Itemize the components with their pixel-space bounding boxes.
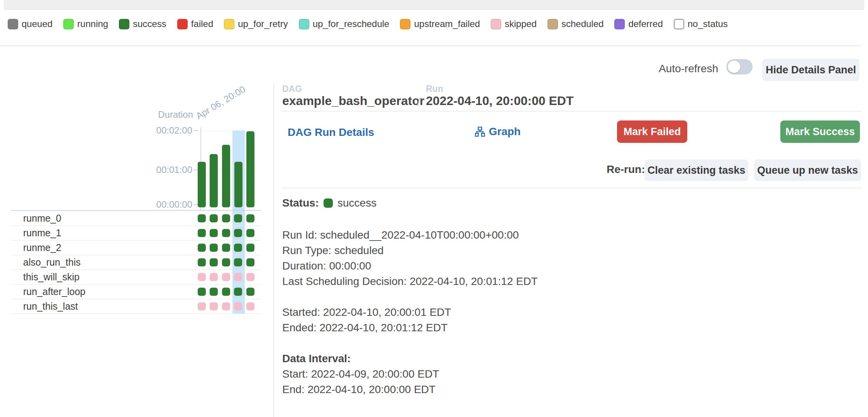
task-instance-square[interactable]: [198, 229, 206, 237]
y-tick-label: 00:01:00: [112, 164, 192, 175]
legend-item-queued: queued: [8, 19, 53, 29]
legend-item-no_status: no_status: [674, 19, 728, 29]
task-instance-square[interactable]: [222, 214, 230, 222]
y-tick-label: 00:00:00: [112, 199, 192, 210]
status-value: success: [337, 197, 376, 209]
started-line: Started: 2022-04-10, 20:00:01 EDT: [282, 306, 451, 319]
up-for-retry-swatch: [224, 19, 234, 29]
task-instance-square[interactable]: [198, 258, 206, 266]
task-instance-square[interactable]: [222, 288, 230, 296]
task-name[interactable]: also_run_this: [23, 255, 81, 270]
task-instance-square-selected[interactable]: [234, 258, 242, 266]
task-instance-square[interactable]: [222, 244, 230, 252]
task-name[interactable]: runme_0: [23, 211, 61, 225]
run-date-label: Apr 06, 20:00: [194, 84, 248, 122]
task-instance-square[interactable]: [210, 288, 218, 296]
duration-axis-title: Duration: [127, 109, 193, 120]
run-duration-bar-5[interactable]: [246, 131, 254, 207]
task-instance-square[interactable]: [210, 302, 218, 310]
task-instance-square[interactable]: [222, 302, 230, 310]
upstream-failed-swatch: [400, 19, 410, 29]
task-row-this_will_skip: this_will_skip: [11, 270, 261, 285]
task-instance-square[interactable]: [198, 288, 206, 296]
legend-item-running: running: [63, 19, 108, 29]
data-interval-end-line: End: 2022-04-10, 20:00:00 EDT: [282, 383, 436, 396]
legend-label: success: [133, 19, 166, 29]
task-instance-square[interactable]: [246, 229, 254, 237]
graph-link-label: Graph: [489, 125, 520, 138]
task-instance-square[interactable]: [198, 273, 206, 281]
task-instance-square[interactable]: [210, 273, 218, 281]
status-legend: queued running success failed up_for_ret…: [8, 19, 728, 29]
legend-label: deferred: [628, 19, 663, 29]
duration-line: Duration: 00:00:00: [282, 260, 371, 272]
task-instance-square[interactable]: [246, 244, 254, 252]
run-duration-bar-2[interactable]: [210, 154, 218, 207]
mark-success-button[interactable]: Mark Success: [780, 120, 860, 143]
task-name[interactable]: run_after_loop: [23, 285, 85, 299]
task-instance-square[interactable]: [246, 214, 254, 222]
task-instance-square[interactable]: [198, 214, 206, 222]
run-duration-bar-3[interactable]: [222, 145, 230, 207]
task-row-runme_2: runme_2: [11, 241, 261, 255]
breadcrumb-separator: /: [417, 95, 420, 109]
legend-item-deferred: deferred: [614, 19, 663, 29]
auto-refresh-label: Auto-refresh: [618, 63, 718, 75]
queue-up-new-tasks-button[interactable]: Queue up new tasks: [754, 159, 861, 181]
legend-item-success: success: [119, 19, 166, 29]
legend-label: skipped: [505, 19, 537, 29]
task-instance-square[interactable]: [210, 244, 218, 252]
legend-item-up_for_reschedule: up_for_reschedule: [299, 19, 390, 29]
task-instance-square[interactable]: [210, 258, 218, 266]
task-name[interactable]: runme_1: [23, 226, 61, 240]
legend-label: failed: [191, 19, 213, 29]
task-instance-square[interactable]: [246, 258, 254, 266]
task-instance-square-selected[interactable]: [234, 214, 242, 222]
task-instance-square[interactable]: [198, 244, 206, 252]
deferred-swatch: [614, 19, 625, 29]
task-instance-square[interactable]: [210, 229, 218, 237]
task-instance-square[interactable]: [210, 214, 218, 222]
y-tick-mark: [194, 130, 198, 131]
task-instance-square[interactable]: [246, 273, 254, 281]
up-for-reschedule-swatch: [299, 19, 309, 29]
task-name[interactable]: run_this_last: [23, 299, 78, 314]
mark-failed-button[interactable]: Mark Failed: [617, 120, 687, 143]
scheduled-swatch: [548, 19, 558, 29]
run-id-line: Run Id: scheduled__2022-04-10T00:00:00+0…: [282, 229, 519, 241]
task-row-run_after_loop: run_after_loop: [11, 285, 261, 299]
run-duration-bar-4-selected[interactable]: [234, 162, 242, 207]
run-duration-bar-1[interactable]: [198, 162, 206, 207]
task-instance-square-selected[interactable]: [234, 229, 242, 237]
task-instance-square[interactable]: [246, 302, 254, 310]
clear-existing-tasks-button[interactable]: Clear existing tasks: [644, 159, 748, 181]
legend-label: running: [77, 19, 108, 29]
task-instance-square-selected[interactable]: [234, 288, 242, 296]
legend-label: up_for_retry: [238, 19, 288, 29]
task-instance-square[interactable]: [222, 273, 230, 281]
legend-label: no_status: [688, 19, 728, 29]
task-name[interactable]: runme_2: [23, 241, 61, 255]
run-name: 2022-04-10, 20:00:00 EDT: [426, 94, 573, 108]
task-row-also_run_this: also_run_this: [11, 255, 261, 270]
task-instance-square[interactable]: [222, 258, 230, 266]
last-scheduling-line: Last Scheduling Decision: 2022-04-10, 20…: [282, 275, 538, 288]
graph-link[interactable]: Graph: [475, 125, 520, 138]
task-instance-square-selected[interactable]: [234, 302, 242, 310]
hide-details-panel-button[interactable]: Hide Details Panel: [762, 59, 860, 81]
dag-run-details-link[interactable]: DAG Run Details: [288, 126, 374, 139]
task-instance-square-selected[interactable]: [234, 244, 242, 252]
task-instance-square[interactable]: [246, 288, 254, 296]
task-row-runme_0: runme_0: [11, 211, 261, 226]
task-instance-square[interactable]: [198, 302, 206, 310]
dag-breadcrumb-label: DAG: [282, 84, 302, 94]
task-name[interactable]: this_will_skip: [23, 270, 80, 284]
auto-refresh-toggle[interactable]: [726, 59, 753, 75]
legend-item-upstream_failed: upstream_failed: [400, 19, 480, 29]
legend-label: up_for_reschedule: [313, 19, 390, 29]
legend-item-failed: failed: [177, 19, 213, 29]
gridline: [201, 131, 256, 131]
task-instance-square-selected[interactable]: [234, 273, 242, 281]
failed-swatch: [177, 19, 188, 29]
task-instance-square[interactable]: [222, 229, 230, 237]
